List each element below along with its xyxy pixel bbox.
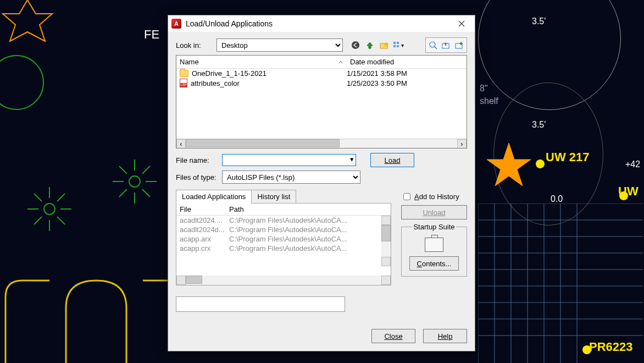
add-to-history-label: Add to History xyxy=(414,193,459,201)
scroll-track[interactable] xyxy=(186,139,457,148)
file-column-header[interactable]: File xyxy=(176,204,226,215)
close-button[interactable]: Close xyxy=(371,329,415,343)
svg-line-43 xyxy=(435,47,437,49)
svg-point-9 xyxy=(44,204,55,215)
loaded-app-row[interactable]: acapp.arxC:\Program Files\Autodesk\AutoC… xyxy=(176,234,391,244)
horizontal-scrollbar[interactable] xyxy=(176,276,391,285)
starburst-icon xyxy=(102,148,168,215)
grid-hatch xyxy=(478,204,643,363)
starburst-icon xyxy=(0,0,71,61)
path-column-header[interactable]: Path xyxy=(226,204,391,215)
web-location-toolbar xyxy=(425,37,467,53)
loaded-file-name: acapp.crx xyxy=(180,244,229,252)
scroll-up-button[interactable] xyxy=(381,216,391,225)
vertical-scrollbar[interactable] xyxy=(381,216,391,266)
svg-line-17 xyxy=(34,217,42,224)
help-button[interactable]: Help xyxy=(423,329,467,343)
file-row[interactable]: attributes_color1/25/2023 3:50 PM xyxy=(176,78,467,88)
back-button[interactable] xyxy=(349,39,362,51)
scroll-left-button[interactable] xyxy=(176,276,186,285)
svg-rect-38 xyxy=(393,42,396,44)
file-date: 1/25/2023 3:50 PM xyxy=(347,79,463,87)
scroll-thumb[interactable] xyxy=(186,139,340,147)
load-unload-applications-dialog: A Load/Unload Applications Look in: Desk… xyxy=(168,15,475,351)
dialog-title: Load/Unload Applications xyxy=(186,19,452,28)
filename-input[interactable] xyxy=(222,154,356,166)
add-to-history-checkbox[interactable] xyxy=(403,193,410,200)
loaded-file-name: acadlt2024.... xyxy=(180,216,229,224)
add-to-favorites-button[interactable] xyxy=(453,39,465,51)
dot-marker xyxy=(619,191,628,200)
scroll-track[interactable] xyxy=(381,225,391,257)
tab-loaded-applications[interactable]: Loaded Applications xyxy=(176,190,252,204)
loaded-app-row[interactable]: acadlt2024d...C:\Program Files\Autodesk\… xyxy=(176,225,391,234)
contents-button[interactable]: Contents... xyxy=(409,256,459,271)
text-label: +42 xyxy=(625,160,640,169)
loaded-file-path: C:\Program Files\Autodesk\AutoCA... xyxy=(229,216,387,224)
folder-star-icon xyxy=(380,41,388,50)
date-column-header[interactable]: Date modified xyxy=(347,56,467,68)
cad-arches xyxy=(0,264,181,363)
close-window-button[interactable] xyxy=(452,16,471,31)
scroll-left-button[interactable]: ‹ xyxy=(176,139,186,148)
globe-search-icon xyxy=(429,41,437,50)
status-bar xyxy=(176,296,345,312)
back-icon xyxy=(351,41,360,50)
svg-rect-41 xyxy=(397,45,399,47)
look-in-label: Look in: xyxy=(176,41,213,50)
scroll-thumb[interactable] xyxy=(186,276,202,284)
file-browser-list: Name Date modified OneDrive_1_1-15-20211… xyxy=(176,55,467,148)
filetype-select[interactable]: AutoLISP Files (*.lsp) xyxy=(222,170,360,184)
scroll-right-button[interactable]: › xyxy=(457,139,467,148)
svg-line-5 xyxy=(119,166,127,174)
folder-arrow-icon xyxy=(442,41,451,50)
filetype-label: Files of type: xyxy=(176,173,219,182)
scroll-down-button[interactable] xyxy=(381,257,391,266)
folder-icon xyxy=(180,70,188,77)
scroll-thumb[interactable] xyxy=(381,225,391,241)
up-arrow-icon xyxy=(365,41,374,50)
briefcase-icon xyxy=(425,238,443,252)
svg-point-36 xyxy=(352,41,359,49)
scroll-track[interactable] xyxy=(186,276,381,285)
loaded-file-name: acadlt2024d... xyxy=(180,226,229,234)
load-button[interactable]: Load xyxy=(370,153,414,167)
loaded-app-row[interactable]: acapp.crxC:\Program Files\Autodesk\AutoC… xyxy=(176,244,391,253)
svg-rect-40 xyxy=(393,45,396,47)
name-column-header[interactable]: Name xyxy=(176,56,347,68)
loaded-file-name: acapp.arx xyxy=(180,235,229,243)
svg-line-16 xyxy=(57,194,65,201)
search-web-button[interactable] xyxy=(427,39,439,51)
loaded-file-path: C:\Program Files\Autodesk\AutoCA... xyxy=(229,226,387,234)
add-favorite-button[interactable] xyxy=(440,39,452,51)
starburst-icon xyxy=(476,132,542,198)
filename-label: File name: xyxy=(176,156,219,164)
file-date: 1/15/2021 3:58 PM xyxy=(347,69,463,78)
sort-asc-icon xyxy=(338,60,343,64)
autocad-app-icon: A xyxy=(171,19,181,29)
new-folder-button[interactable] xyxy=(378,39,390,51)
up-one-level-button[interactable] xyxy=(364,39,376,51)
tab-history-list[interactable]: History list xyxy=(251,190,296,204)
loaded-app-row[interactable]: acadlt2024....C:\Program Files\Autodesk\… xyxy=(176,216,391,225)
view-grid-icon xyxy=(393,41,399,49)
folder-plus-icon xyxy=(455,41,464,50)
scroll-right-button[interactable] xyxy=(381,276,391,285)
file-row[interactable]: OneDrive_1_1-15-20211/15/2021 3:58 PM xyxy=(176,69,467,78)
svg-rect-39 xyxy=(397,42,399,44)
close-icon xyxy=(458,20,465,27)
svg-line-14 xyxy=(34,194,42,201)
look-in-select[interactable]: Desktop xyxy=(216,38,343,52)
unload-button[interactable]: Unload xyxy=(401,205,467,219)
file-name: OneDrive_1_1-15-2021 xyxy=(192,69,267,78)
dimension-label: 8" xyxy=(480,84,488,94)
lisp-file-icon xyxy=(180,79,187,87)
add-to-history-checkbox-row[interactable]: Add to History xyxy=(401,191,467,202)
starburst-icon xyxy=(16,176,82,242)
horizontal-scrollbar[interactable]: ‹ › xyxy=(176,139,467,148)
loaded-file-path: C:\Program Files\Autodesk\AutoCA... xyxy=(229,244,387,252)
text-label: FE xyxy=(144,28,159,42)
file-list-header: Name Date modified xyxy=(176,56,467,69)
view-menu-button[interactable] xyxy=(392,39,404,51)
loaded-file-path: C:\Program Files\Autodesk\AutoCA... xyxy=(229,235,387,243)
